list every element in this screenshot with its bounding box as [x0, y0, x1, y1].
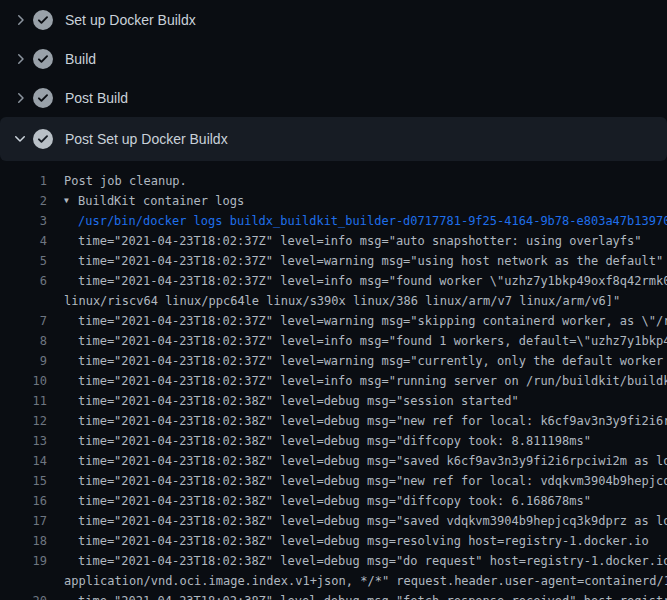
line-number[interactable]: 14: [0, 451, 47, 471]
log-line: 12 time="2021-04-23T18:02:38Z" level=deb…: [0, 411, 667, 431]
check-circle-icon: [33, 88, 53, 108]
chevron-right-icon: [12, 12, 28, 28]
line-text: time="2021-04-23T18:02:37Z" level=info m…: [78, 271, 667, 291]
line-text: time="2021-04-23T18:02:37Z" level=info m…: [78, 371, 667, 391]
line-text: time="2021-04-23T18:02:37Z" level=info m…: [78, 231, 642, 251]
line-text: time="2021-04-23T18:02:38Z" level=debug …: [78, 391, 519, 411]
step-row[interactable]: Post Set up Docker Buildx: [0, 117, 667, 161]
line-number[interactable]: 16: [0, 491, 47, 511]
log-line: 11 time="2021-04-23T18:02:38Z" level=deb…: [0, 391, 667, 411]
log-line: 9 time="2021-04-23T18:02:37Z" level=warn…: [0, 351, 667, 371]
log-line: 19 time="2021-04-23T18:02:38Z" level=deb…: [0, 551, 667, 571]
line-text: application/vnd.oci.image.index.v1+json,…: [64, 571, 667, 591]
log-line: linux/riscv64 linux/ppc64le linux/s390x …: [0, 291, 667, 311]
log-line: application/vnd.oci.image.index.v1+json,…: [0, 571, 667, 591]
log-line: 8 time="2021-04-23T18:02:37Z" level=info…: [0, 331, 667, 351]
log-line: 1 Post job cleanup.: [0, 171, 667, 191]
line-number[interactable]: 10: [0, 371, 47, 391]
log-line: 6 time="2021-04-23T18:02:37Z" level=info…: [0, 271, 667, 291]
line-text: time="2021-04-23T18:02:38Z" level=debug …: [78, 471, 667, 491]
line-text: time="2021-04-23T18:02:37Z" level=warnin…: [78, 251, 663, 271]
log-line: 7 time="2021-04-23T18:02:37Z" level=warn…: [0, 311, 667, 331]
line-number[interactable]: [0, 571, 47, 591]
chevron-down-icon: [12, 131, 28, 147]
chevron-right-icon: [12, 90, 28, 106]
line-text: time="2021-04-23T18:02:38Z" level=debug …: [78, 591, 667, 600]
log-panel: 1 Post job cleanup. 2 ▼ BuildKit contain…: [0, 161, 667, 600]
line-text: time="2021-04-23T18:02:38Z" level=debug …: [78, 451, 667, 471]
check-circle-icon: [33, 49, 53, 69]
line-text: Post job cleanup.: [64, 171, 187, 191]
line-text: time="2021-04-23T18:02:38Z" level=debug …: [78, 511, 667, 531]
step-row[interactable]: Post Build: [0, 78, 667, 117]
line-number[interactable]: 18: [0, 531, 47, 551]
log-line: 15 time="2021-04-23T18:02:38Z" level=deb…: [0, 471, 667, 491]
line-number[interactable]: [0, 291, 47, 311]
check-circle-icon: [33, 129, 53, 149]
line-text: BuildKit container logs: [78, 191, 244, 211]
line-number[interactable]: 3: [0, 211, 47, 231]
collapse-triangle-icon[interactable]: ▼: [64, 191, 78, 211]
line-number[interactable]: 2: [0, 191, 47, 211]
log-line: 18 time="2021-04-23T18:02:38Z" level=deb…: [0, 531, 667, 551]
line-text: /usr/bin/docker logs buildx_buildkit_bui…: [78, 211, 667, 231]
step-title: Post Build: [65, 90, 128, 106]
line-text: time="2021-04-23T18:02:38Z" level=debug …: [78, 411, 667, 431]
line-number[interactable]: 5: [0, 251, 47, 271]
step-row[interactable]: Build: [0, 39, 667, 78]
log-line: 3 /usr/bin/docker logs buildx_buildkit_b…: [0, 211, 667, 231]
check-circle-icon: [33, 10, 53, 30]
line-number[interactable]: 12: [0, 411, 47, 431]
line-number[interactable]: 9: [0, 351, 47, 371]
line-number[interactable]: 6: [0, 271, 47, 291]
line-number[interactable]: 17: [0, 511, 47, 531]
line-text: time="2021-04-23T18:02:38Z" level=debug …: [78, 491, 591, 511]
line-text: time="2021-04-23T18:02:38Z" level=debug …: [78, 531, 649, 551]
line-text: time="2021-04-23T18:02:38Z" level=debug …: [78, 551, 667, 571]
line-text: time="2021-04-23T18:02:37Z" level=warnin…: [78, 311, 667, 331]
line-number[interactable]: 1: [0, 171, 47, 191]
line-text: linux/riscv64 linux/ppc64le linux/s390x …: [64, 291, 620, 311]
step-row[interactable]: Set up Docker Buildx: [0, 0, 667, 39]
step-title: Set up Docker Buildx: [65, 12, 196, 28]
steps-list: Set up Docker Buildx Build Post Build Po…: [0, 0, 667, 161]
step-title: Post Set up Docker Buildx: [65, 131, 228, 147]
log-line: 17 time="2021-04-23T18:02:38Z" level=deb…: [0, 511, 667, 531]
line-number[interactable]: 7: [0, 311, 47, 331]
log-line: 2 ▼ BuildKit container logs: [0, 191, 667, 211]
log-line: 20 time="2021-04-23T18:02:38Z" level=deb…: [0, 591, 667, 600]
line-number[interactable]: 8: [0, 331, 47, 351]
log-line: 10 time="2021-04-23T18:02:37Z" level=inf…: [0, 371, 667, 391]
log-line: 5 time="2021-04-23T18:02:37Z" level=warn…: [0, 251, 667, 271]
line-number[interactable]: 15: [0, 471, 47, 491]
line-text: time="2021-04-23T18:02:37Z" level=warnin…: [78, 351, 667, 371]
line-number[interactable]: 4: [0, 231, 47, 251]
actions-log-viewer: Set up Docker Buildx Build Post Build Po…: [0, 0, 667, 600]
chevron-right-icon: [12, 51, 28, 67]
log-line: 16 time="2021-04-23T18:02:38Z" level=deb…: [0, 491, 667, 511]
log-line: 4 time="2021-04-23T18:02:37Z" level=info…: [0, 231, 667, 251]
line-number[interactable]: 13: [0, 431, 47, 451]
log-line: 14 time="2021-04-23T18:02:38Z" level=deb…: [0, 451, 667, 471]
line-number[interactable]: 11: [0, 391, 47, 411]
line-number[interactable]: 20: [0, 591, 47, 600]
log-line: 13 time="2021-04-23T18:02:38Z" level=deb…: [0, 431, 667, 451]
line-text: time="2021-04-23T18:02:38Z" level=debug …: [78, 431, 591, 451]
line-text: time="2021-04-23T18:02:37Z" level=info m…: [78, 331, 667, 351]
step-title: Build: [65, 51, 96, 67]
line-number[interactable]: 19: [0, 551, 47, 571]
